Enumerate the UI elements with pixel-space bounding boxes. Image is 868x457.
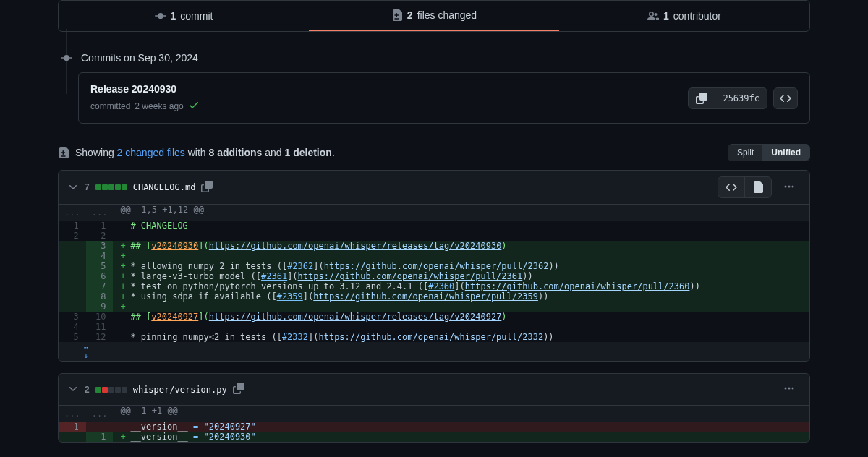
view-source-button[interactable] — [718, 177, 744, 197]
code-cell — [113, 231, 809, 241]
timeline: Commits on Sep 30, 2024 Release 20240930… — [58, 43, 810, 124]
commit-meta-time: 2 weeks ago — [135, 101, 183, 111]
timeline-date-header: Commits on Sep 30, 2024 — [58, 43, 810, 72]
contributors-label: contributor — [673, 10, 721, 22]
commit-title[interactable]: Release 20240930 — [90, 83, 200, 95]
file-menu-button[interactable] — [778, 178, 801, 197]
line-number-new[interactable]: 8 — [86, 291, 114, 302]
line-number-new[interactable]: 4 — [86, 251, 114, 261]
diff-count: 2 — [85, 385, 90, 395]
diff-count: 7 — [85, 182, 90, 192]
summary-additions: 8 additions — [208, 147, 262, 158]
line-number-old[interactable]: 1 — [59, 221, 86, 231]
tab-commits[interactable]: 1 commit — [59, 1, 309, 31]
collapse-chevron-icon[interactable] — [67, 181, 79, 195]
line-number-old[interactable] — [59, 271, 86, 281]
hunk-gutter: ... — [86, 406, 114, 422]
svg-point-3 — [785, 388, 787, 390]
file-menu-button[interactable] — [778, 380, 801, 399]
line-number-old[interactable] — [59, 261, 86, 271]
expand-down-button[interactable]: ⋯↓ — [66, 342, 106, 361]
svg-point-4 — [788, 388, 791, 390]
browse-repo-button[interactable] — [773, 87, 798, 109]
kebab-icon — [783, 181, 795, 192]
diff-line: 11 # CHANGELOG — [59, 221, 809, 231]
diff-line: 7+* test on python/pytorch versions up t… — [59, 281, 809, 291]
diff-line: 310 ## [v20240927](https://github.com/op… — [59, 312, 809, 322]
summary-files-link[interactable]: 2 changed files — [117, 147, 185, 158]
line-number-old[interactable] — [59, 241, 86, 251]
hunk-gutter: ... — [59, 205, 86, 221]
file-name[interactable]: whisper/version.py — [133, 385, 227, 395]
diff-line: 5+* allowing numpy 2 in tests ([#2362](h… — [59, 261, 809, 271]
line-number-old[interactable] — [59, 291, 86, 302]
file-block: 2whisper/version.py......@@ -1 +1 @@1-__… — [58, 373, 810, 443]
line-number-old[interactable] — [59, 251, 86, 261]
summary-with: with — [188, 147, 206, 158]
summary-showing: Showing — [75, 147, 114, 158]
files-label: files changed — [417, 9, 477, 21]
file-block: 7CHANGELOG.md......@@ -1,5 +1,12 @@11 # … — [58, 170, 810, 362]
tab-contributors[interactable]: 1 contributor — [559, 1, 809, 31]
commit-card: Release 20240930 committed 2 weeks ago 2… — [78, 72, 810, 124]
file-diff-icon — [58, 147, 69, 158]
line-number-old[interactable]: 3 — [59, 312, 86, 322]
diff-line: 512 * pinning numpy<2 in tests ([#2332](… — [59, 332, 809, 342]
svg-point-2 — [792, 185, 794, 187]
copy-sha-button[interactable] — [689, 88, 715, 108]
view-file-button[interactable] — [744, 177, 771, 197]
copy-path-button[interactable] — [233, 383, 244, 396]
tab-files-changed[interactable]: 2 files changed — [309, 1, 559, 31]
diff-line: 411 — [59, 322, 809, 332]
line-number-new[interactable]: 12 — [86, 332, 114, 342]
file-name[interactable]: CHANGELOG.md — [133, 182, 196, 192]
diff-line: 22 — [59, 231, 809, 241]
copy-path-button[interactable] — [201, 181, 213, 195]
diff-line: 9+ — [59, 302, 809, 312]
copy-icon — [233, 383, 244, 394]
people-icon — [647, 10, 659, 22]
file-header: 2whisper/version.py — [59, 374, 809, 406]
contributors-count: 1 — [663, 10, 669, 22]
collapse-chevron-icon[interactable] — [67, 383, 79, 396]
kebab-icon — [783, 383, 795, 394]
line-number-new[interactable] — [86, 422, 114, 432]
status-check-icon[interactable] — [188, 99, 200, 113]
view-unified[interactable]: Unified — [762, 145, 809, 161]
line-number-new[interactable]: 1 — [86, 432, 114, 442]
line-number-new[interactable]: 1 — [86, 221, 114, 231]
commits-count: 1 — [171, 10, 176, 22]
line-number-old[interactable] — [59, 302, 86, 312]
timeline-date-label: Commits on Sep 30, 2024 — [81, 52, 198, 64]
line-number-new[interactable]: 9 — [86, 302, 114, 312]
line-number-new[interactable]: 5 — [86, 261, 114, 271]
summary-deletions: 1 deletion — [285, 147, 332, 158]
view-split[interactable]: Split — [728, 145, 762, 161]
code-cell: +* large-v3-turbo model ([#2361](https:/… — [113, 271, 809, 281]
commit-meta: committed 2 weeks ago — [90, 99, 200, 113]
diff-stat-squares — [95, 387, 127, 393]
line-number-old[interactable] — [59, 432, 86, 442]
commit-meta-prefix: committed — [90, 101, 130, 111]
line-number-new[interactable]: 6 — [86, 271, 114, 281]
line-number-new[interactable]: 10 — [86, 312, 114, 322]
line-number-old[interactable]: 2 — [59, 231, 86, 241]
line-number-new[interactable]: 7 — [86, 281, 114, 291]
hunk-gutter: ... — [59, 406, 86, 422]
commit-sha[interactable]: 25639fc — [715, 88, 767, 108]
code-cell — [113, 322, 809, 332]
summary-period: . — [332, 147, 335, 158]
line-number-old[interactable]: 4 — [59, 322, 86, 332]
line-number-old[interactable]: 1 — [59, 422, 86, 432]
line-number-new[interactable]: 3 — [86, 241, 114, 251]
copy-icon — [696, 93, 707, 104]
svg-point-5 — [792, 388, 794, 390]
hunk-gutter: ... — [86, 205, 114, 221]
diff-table: ......@@ -1 +1 @@1-__version__ = "202409… — [59, 406, 809, 442]
line-number-new[interactable]: 2 — [86, 231, 114, 241]
code-cell: +* using sdpa if available ([#2359](http… — [113, 291, 809, 302]
line-number-old[interactable]: 5 — [59, 332, 86, 342]
line-number-new[interactable]: 11 — [86, 322, 114, 332]
line-number-old[interactable] — [59, 281, 86, 291]
code-cell: ## [v20240927](https://github.com/openai… — [113, 312, 809, 322]
